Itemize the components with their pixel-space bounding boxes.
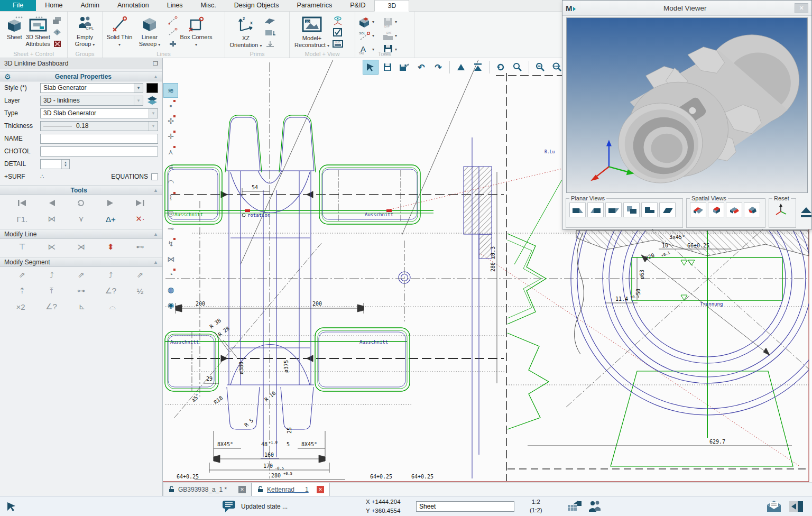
detail-stepper[interactable]: ▲▼ [40,159,70,169]
folder-axis-icon[interactable] [264,27,276,37]
chevron-down-icon[interactable]: ▾ [149,122,158,131]
snap-list-button[interactable]: ≡ [163,160,178,174]
mline-extend-button[interactable]: ⊷ [131,241,149,253]
snap-angle-button[interactable]: ⋏ [163,144,178,159]
plus-node-icon[interactable] [167,39,179,49]
save-copy-button[interactable] [396,60,412,75]
planar-view-2-button[interactable] [587,202,604,217]
style-select[interactable]: Slab Generator▾ [40,83,143,93]
equations-checkbox[interactable] [151,173,158,180]
collapse-icon[interactable]: ▲ [153,74,158,79]
spin-down-icon[interactable]: ▼ [64,164,67,167]
spatial-view-4-button[interactable] [744,202,760,217]
planar-view-5-button[interactable] [641,202,658,217]
float-panel-icon[interactable]: ❐ [153,60,158,67]
tab-parametrics[interactable]: Parametrics [288,0,342,11]
tab-3d[interactable]: 3D [374,0,409,12]
tab-file[interactable]: File [0,0,36,11]
empty-group-button[interactable]: CPL Empty Group ▾ [71,14,99,47]
tool-delete-segment-button[interactable]: ✕· [131,213,149,225]
mseg-11-button[interactable]: ×2 [12,301,30,312]
mseg-14-button[interactable]: ⌓ [104,301,122,312]
dashed-line2-icon[interactable] [167,27,179,37]
undo-button[interactable]: ↶ [413,60,429,75]
dashed-line-icon[interactable] [167,16,179,25]
3d-sheet-attributes-button[interactable]: 3D Sheet Attributes [26,14,50,47]
tool-zigzag-button[interactable]: ⋈ [43,213,61,225]
chevron-down-icon[interactable]: ▾ [134,96,143,105]
thickness-select[interactable]: 0.18▾ [40,121,158,131]
snap-level-button[interactable]: ⌇ [163,190,178,205]
cursor-mode-icon[interactable] [6,496,17,516]
tab-lines[interactable]: Lines [158,0,192,11]
mseg-3-button[interactable]: ⇗ [72,269,90,281]
reset-view-button[interactable] [772,202,789,217]
snap-offset-button[interactable]: ⊸ [163,221,178,236]
box-corners-button[interactable]: Box Corners ▾ [180,14,213,47]
web-view-button[interactable]: ◍ [163,282,178,297]
checkbox-tool-icon[interactable] [332,27,344,37]
zoom-out-button[interactable] [532,60,548,75]
model-viewer-window[interactable]: M Model Viewer ✕ [562,0,812,229]
redo-button[interactable]: ↷ [430,60,446,75]
tool-corner-button[interactable]: Γ1. [13,213,31,225]
sheet-query-icon[interactable]: ? [51,27,63,37]
collapse-panel-icon[interactable] [789,496,804,516]
sheet-button[interactable]: Sheet [3,14,26,41]
mseg-7-button[interactable]: ⤒ [43,285,61,297]
mail-icon[interactable] [765,496,782,516]
close-tab-icon[interactable]: ✕ [317,486,324,493]
message-bubble-icon[interactable] [222,500,236,513]
mseg-5-button[interactable]: ⇗ [131,269,149,281]
document-tab-gb393938[interactable]: GB393938_a_1 * ✕ [163,483,252,496]
sheet-name-input[interactable] [416,501,514,512]
snap-circle-button[interactable]: ◎ [163,206,178,220]
snap-bend-button[interactable]: ↯ [163,236,178,251]
mseg-10-button[interactable]: ½ [131,285,149,297]
mseg-1-button[interactable]: ⇗ [13,269,31,281]
spatial-view-3-button[interactable] [726,202,742,217]
linear-sweep-button[interactable]: Linear Sweep ▾ [133,14,166,47]
mline-swap2-button[interactable]: ⋊ [72,241,90,253]
tab-pid[interactable]: P&ID [341,0,374,11]
mseg-4-button[interactable]: ⤴ [102,269,119,281]
web-view-2-button[interactable]: ◉ [163,298,178,312]
snap-point-button[interactable]: ▪ [163,98,178,113]
collapse-icon[interactable]: ▲ [153,260,158,265]
tab-annotation[interactable]: Annotation [108,0,158,11]
delete-sheet-icon[interactable] [51,39,63,49]
type-select[interactable]: 3D Slab Generator▾ [40,108,158,118]
mseg-12-button[interactable]: ∠? [42,301,60,312]
chevron-down-icon[interactable]: ▾ [149,109,158,118]
chevron-down-icon[interactable]: ▾ [134,84,143,93]
snap-mirror-button[interactable]: ⋈ [163,252,178,266]
snap-move-button[interactable]: ✛ [163,129,178,144]
collapse-icon[interactable]: ▲ [153,188,158,193]
close-button[interactable]: ✕ [795,3,808,13]
mseg-2-button[interactable]: ⤴ [43,269,61,281]
mline-swap1-button[interactable]: ⋉ [43,241,61,253]
zoom-button[interactable] [510,60,525,75]
grid-export-icon[interactable] [567,496,583,516]
name-input[interactable] [40,134,158,144]
planar-view-3-button[interactable] [605,202,622,217]
layers-icon[interactable] [146,96,158,106]
next-step-button[interactable] [102,197,119,209]
users-icon[interactable] [588,496,602,516]
model-reconstruct-button[interactable]: 3D Model+ Reconstruct ▾ [293,14,331,48]
copy-sheet-icon[interactable] [51,16,63,25]
mline-insert-button[interactable]: ⊤ [13,241,31,253]
layer-select[interactable]: 3D - linklines▾ [40,96,143,106]
image-view-icon[interactable]: HUD [332,39,344,49]
raise-button[interactable] [453,60,469,75]
solid-export-button[interactable]: ▾ [358,15,382,29]
chotol-input[interactable] [40,146,158,156]
spatial-view-1-button[interactable] [690,202,706,217]
mseg-8-button[interactable]: ⊶ [72,285,90,297]
model-viewport[interactable] [566,17,808,193]
refresh-button[interactable] [493,60,509,75]
style-color-swatch[interactable] [146,83,158,93]
tool-add-angle-button[interactable]: Δ+ [102,213,119,225]
save-dxf-button[interactable]: DXF ▾ [382,15,405,29]
last-step-button[interactable] [131,197,149,209]
